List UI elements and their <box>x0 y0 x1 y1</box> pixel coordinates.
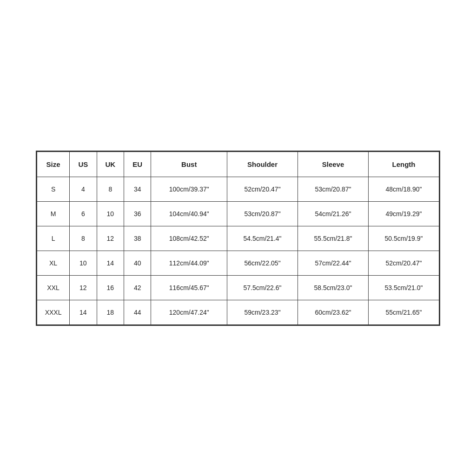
cell-size: S <box>37 177 70 201</box>
cell-length: 49cm/19.29" <box>368 201 439 226</box>
cell-us: 14 <box>70 300 97 324</box>
cell-sleeve: 60cm/23.62" <box>298 300 369 324</box>
size-chart-table: Size US UK EU Bust Shoulder Sleeve Lengt… <box>37 152 439 325</box>
header-bust: Bust <box>151 152 227 177</box>
table-header-row: Size US UK EU Bust Shoulder Sleeve Lengt… <box>37 152 439 177</box>
cell-shoulder: 53cm/20.87" <box>227 201 298 226</box>
cell-bust: 108cm/42.52" <box>151 226 227 251</box>
cell-uk: 12 <box>97 226 124 251</box>
cell-us: 10 <box>70 251 97 275</box>
cell-sleeve: 58.5cm/23.0" <box>298 275 369 300</box>
cell-eu: 38 <box>124 226 151 251</box>
cell-bust: 120cm/47.24" <box>151 300 227 324</box>
cell-uk: 16 <box>97 275 124 300</box>
cell-bust: 100cm/39.37" <box>151 177 227 201</box>
cell-uk: 10 <box>97 201 124 226</box>
table-row: XXXL141844120cm/47.24"59cm/23.23"60cm/23… <box>37 300 439 324</box>
cell-length: 52cm/20.47" <box>368 251 439 275</box>
cell-eu: 40 <box>124 251 151 275</box>
cell-us: 12 <box>70 275 97 300</box>
cell-us: 6 <box>70 201 97 226</box>
header-sleeve: Sleeve <box>298 152 369 177</box>
page-wrapper: Size US UK EU Bust Shoulder Sleeve Lengt… <box>0 0 476 476</box>
cell-eu: 44 <box>124 300 151 324</box>
table-row: S4834100cm/39.37"52cm/20.47"53cm/20.87"4… <box>37 177 439 201</box>
header-length: Length <box>368 152 439 177</box>
cell-shoulder: 57.5cm/22.6" <box>227 275 298 300</box>
cell-length: 53.5cm/21.0" <box>368 275 439 300</box>
cell-eu: 34 <box>124 177 151 201</box>
cell-size: XL <box>37 251 70 275</box>
header-eu: EU <box>124 152 151 177</box>
cell-shoulder: 59cm/23.23" <box>227 300 298 324</box>
table-row: M61036104cm/40.94"53cm/20.87"54cm/21.26"… <box>37 201 439 226</box>
cell-uk: 18 <box>97 300 124 324</box>
cell-shoulder: 56cm/22.05" <box>227 251 298 275</box>
cell-bust: 104cm/40.94" <box>151 201 227 226</box>
cell-sleeve: 53cm/20.87" <box>298 177 369 201</box>
header-uk: UK <box>97 152 124 177</box>
table-row: L81238108cm/42.52"54.5cm/21.4"55.5cm/21.… <box>37 226 439 251</box>
cell-eu: 36 <box>124 201 151 226</box>
cell-size: M <box>37 201 70 226</box>
cell-length: 55cm/21.65" <box>368 300 439 324</box>
cell-uk: 14 <box>97 251 124 275</box>
cell-size: L <box>37 226 70 251</box>
cell-us: 4 <box>70 177 97 201</box>
cell-us: 8 <box>70 226 97 251</box>
cell-shoulder: 52cm/20.47" <box>227 177 298 201</box>
size-chart-container: Size US UK EU Bust Shoulder Sleeve Lengt… <box>36 151 440 326</box>
cell-bust: 116cm/45.67" <box>151 275 227 300</box>
cell-sleeve: 54cm/21.26" <box>298 201 369 226</box>
cell-uk: 8 <box>97 177 124 201</box>
table-row: XXL121642116cm/45.67"57.5cm/22.6"58.5cm/… <box>37 275 439 300</box>
cell-length: 48cm/18.90" <box>368 177 439 201</box>
cell-size: XXXL <box>37 300 70 324</box>
cell-shoulder: 54.5cm/21.4" <box>227 226 298 251</box>
cell-bust: 112cm/44.09" <box>151 251 227 275</box>
cell-eu: 42 <box>124 275 151 300</box>
cell-sleeve: 57cm/22.44" <box>298 251 369 275</box>
table-row: XL101440112cm/44.09"56cm/22.05"57cm/22.4… <box>37 251 439 275</box>
cell-sleeve: 55.5cm/21.8" <box>298 226 369 251</box>
header-us: US <box>70 152 97 177</box>
cell-size: XXL <box>37 275 70 300</box>
header-size: Size <box>37 152 70 177</box>
header-shoulder: Shoulder <box>227 152 298 177</box>
cell-length: 50.5cm/19.9" <box>368 226 439 251</box>
